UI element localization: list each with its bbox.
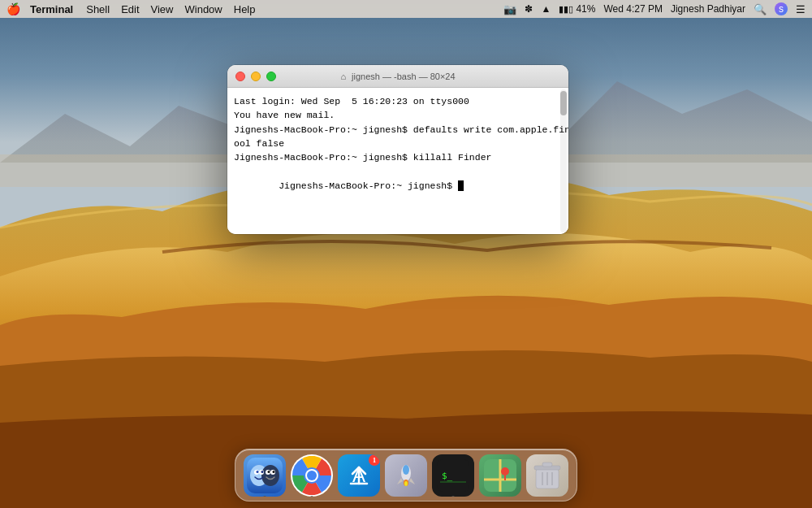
app-name[interactable]: Terminal (30, 3, 73, 15)
svg-point-16 (307, 471, 317, 480)
terminal-dot (451, 496, 455, 497)
wifi-icon[interactable]: ▲ (541, 3, 551, 15)
menu-shell[interactable]: Shell (86, 3, 110, 15)
chrome-dot (310, 496, 313, 497)
dock-rocket[interactable] (385, 454, 427, 497)
terminal-window: ⌂ jignesh — -bash — 80×24 Last login: We… (227, 65, 568, 234)
minimize-button[interactable] (251, 72, 261, 81)
finder-dot (263, 496, 266, 497)
close-button[interactable] (235, 72, 245, 81)
bluetooth-icon[interactable]: ✽ (525, 3, 533, 15)
terminal-line-3: Jigneshs-MacBook-Pro:~ jignesh$ defaults… (234, 123, 562, 137)
dock-finder[interactable] (244, 454, 286, 497)
dock: A 1 (235, 449, 577, 501)
terminal-line-2: You have new mail. (234, 108, 562, 122)
terminal-line-4: ool false (234, 137, 562, 150)
svg-point-10 (268, 471, 270, 473)
dock-chrome[interactable] (291, 454, 333, 497)
svg-text:$_: $_ (442, 471, 453, 481)
dock-maps[interactable] (479, 454, 521, 497)
terminal-line-1: Last login: Wed Sep 5 16:20:23 on ttys00… (234, 94, 562, 108)
menu-view[interactable]: View (151, 3, 174, 15)
menubar: 🍎 Terminal Shell Edit View Window Help 📷… (0, 0, 812, 18)
scrollbar-thumb[interactable] (560, 91, 567, 115)
terminal-cursor (458, 180, 464, 191)
dock-appstore[interactable]: A 1 (338, 454, 380, 497)
menu-window[interactable]: Window (185, 3, 222, 15)
svg-point-12 (273, 471, 275, 473)
username[interactable]: Jignesh Padhiyar (671, 3, 745, 15)
svg-rect-35 (542, 462, 552, 467)
desktop: 🍎 Terminal Shell Edit View Window Help 📷… (0, 0, 812, 508)
apple-logo[interactable]: 🍎 (6, 2, 20, 15)
datetime[interactable]: Wed 4:27 PM (603, 3, 662, 15)
control-center-icon[interactable]: ☰ (796, 3, 806, 15)
terminal-line-5: Jigneshs-MacBook-Pro:~ jignesh$ killall … (234, 150, 562, 164)
siri-icon[interactable]: s (775, 2, 788, 15)
svg-point-25 (404, 481, 408, 486)
search-icon[interactable]: 🔍 (754, 3, 767, 15)
svg-point-8 (261, 471, 264, 473)
dock-terminal[interactable]: $_ (432, 454, 474, 497)
svg-point-23 (403, 465, 409, 475)
scrollbar[interactable] (560, 89, 567, 232)
terminal-titlebar: ⌂ jignesh — -bash — 80×24 (227, 65, 568, 88)
svg-point-6 (257, 471, 259, 473)
svg-point-32 (501, 467, 509, 475)
traffic-lights (235, 72, 276, 81)
svg-point-4 (261, 465, 279, 486)
battery-icon: ▮▮▯ 41% (559, 3, 595, 15)
facetime-icon: 📷 (503, 3, 516, 15)
maximize-button[interactable] (266, 72, 276, 81)
menu-edit[interactable]: Edit (121, 3, 139, 15)
dock-trash[interactable] (526, 454, 568, 497)
title-icon: ⌂ (340, 72, 346, 81)
terminal-body[interactable]: Last login: Wed Sep 5 16:20:23 on ttys00… (227, 88, 568, 234)
terminal-line-6: Jigneshs-MacBook-Pro:~ jignesh$ (234, 164, 562, 206)
menu-help[interactable]: Help (234, 3, 256, 15)
terminal-title: ⌂ jignesh — -bash — 80×24 (340, 72, 455, 81)
appstore-badge: 1 (369, 454, 380, 466)
